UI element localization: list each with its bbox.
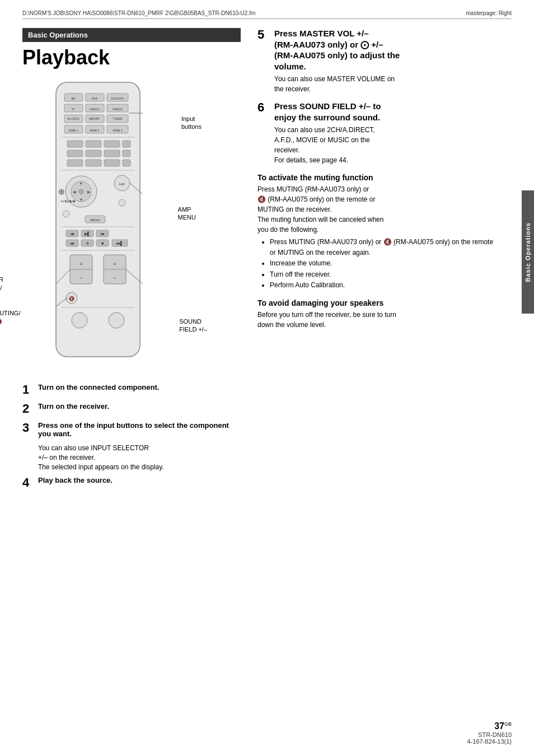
svg-text:■: ■ bbox=[101, 241, 104, 245]
step-6: 6 Press SOUND FIELD +/– toenjoy the surr… bbox=[257, 101, 495, 165]
svg-text:⊕: ⊕ bbox=[58, 187, 65, 196]
svg-text:TV: TV bbox=[72, 108, 76, 111]
svg-text:HDMI 2: HDMI 2 bbox=[90, 129, 100, 132]
svg-text:⏸: ⏸ bbox=[86, 241, 90, 245]
svg-rect-28 bbox=[104, 141, 120, 147]
step-5: 5 Press MASTER VOL +/–(RM-AAU073 only) o… bbox=[257, 28, 495, 94]
svg-rect-34 bbox=[67, 160, 83, 166]
svg-rect-26 bbox=[67, 141, 83, 147]
step-2: 2 Turn on the receiver. bbox=[22, 402, 241, 416]
remote-svg: BD DVD SAT/CATV TV VIDEO1 VIDEO2 SA-CD/C… bbox=[39, 77, 151, 370]
file-path-bar: D:\NORM'S JOB\SONY HA\SO0086\STR-DN610_P… bbox=[22, 10, 512, 19]
svg-text:VIDEO2: VIDEO2 bbox=[113, 108, 123, 111]
svg-rect-32 bbox=[104, 150, 120, 157]
sub-heading-speakers: To avoid damaging your speakers bbox=[257, 298, 495, 307]
svg-rect-29 bbox=[123, 141, 130, 147]
svg-point-51 bbox=[119, 199, 125, 206]
svg-rect-27 bbox=[86, 141, 101, 147]
svg-text:+: + bbox=[79, 261, 83, 267]
label-input-buttons: Input buttons bbox=[181, 115, 202, 131]
label-muting: MUTING/🔇 bbox=[0, 309, 20, 326]
file-path-left: D:\NORM'S JOB\SONY HA\SO0086\STR-DN610_P… bbox=[22, 10, 255, 16]
svg-text:MENU: MENU bbox=[90, 218, 100, 222]
svg-rect-36 bbox=[104, 160, 120, 166]
svg-text:HDMI 1: HDMI 1 bbox=[69, 129, 78, 132]
svg-rect-31 bbox=[86, 150, 101, 157]
list-item: Perform Auto Calibration. bbox=[270, 280, 495, 291]
right-column: 5 Press MASTER VOL +/–(RM-AAU073 only) o… bbox=[257, 28, 495, 332]
sub-heading-muting: To activate the muting function bbox=[257, 173, 495, 182]
svg-text:BD: BD bbox=[72, 97, 76, 100]
svg-text:+: + bbox=[113, 261, 116, 267]
svg-text:⏭: ⏭ bbox=[71, 241, 74, 245]
svg-text:+/⊖/♦/♦: +/⊖/♦/♦ bbox=[60, 199, 76, 204]
page-title: Playback bbox=[22, 46, 241, 69]
main-content: Basic Operations Playback BD DVD SAT/CAT bbox=[22, 28, 512, 734]
svg-text:⏮: ⏮ bbox=[71, 232, 74, 236]
svg-point-81 bbox=[72, 312, 87, 328]
svg-text:DVD: DVD bbox=[92, 97, 98, 100]
step-6-note: You can also use 2CH/A.DIRECT, A.F.D., M… bbox=[274, 125, 495, 165]
svg-rect-35 bbox=[86, 160, 101, 166]
step-1: 1 Turn on the connected component. bbox=[22, 383, 241, 396]
file-path-right: masterpage: Right bbox=[466, 10, 512, 16]
svg-text:IMPORT: IMPORT bbox=[89, 117, 100, 120]
svg-text:SAT/CATV: SAT/CATV bbox=[111, 97, 124, 100]
remote-diagram: BD DVD SAT/CATV TV VIDEO1 VIDEO2 SA-CD/C… bbox=[39, 77, 151, 370]
sidebar-tab: Basic Operations bbox=[522, 190, 534, 314]
step-3-note: You can also use INPUT SELECTOR +/– on t… bbox=[38, 444, 241, 472]
left-column: Basic Operations Playback BD DVD SAT/CAT bbox=[22, 28, 241, 496]
svg-rect-33 bbox=[123, 150, 130, 157]
svg-rect-30 bbox=[67, 150, 83, 157]
sub-body-speakers: Before you turn off the receiver, be sur… bbox=[257, 310, 495, 330]
svg-text:TUNER: TUNER bbox=[113, 117, 123, 120]
svg-point-82 bbox=[109, 312, 124, 328]
svg-text:⏭: ⏭ bbox=[101, 232, 105, 236]
section-header: Basic Operations bbox=[22, 28, 241, 42]
svg-text:SA-CD/CD: SA-CD/CD bbox=[67, 118, 80, 120]
list-item: Press MUTING (RM-AAU073 only) or 🔇 (RM-A… bbox=[270, 237, 495, 258]
step-3: 3 Press one of the input buttons to sele… bbox=[22, 421, 241, 438]
svg-text:HDMI 3: HDMI 3 bbox=[113, 129, 123, 132]
svg-text:AMP: AMP bbox=[119, 183, 126, 186]
svg-text:▼: ▼ bbox=[79, 198, 83, 202]
list-item: Increase the volume. bbox=[270, 258, 495, 269]
label-master-vol: MASTERVOL +/–/⨀ +/– bbox=[0, 276, 3, 301]
step-5-note: You can also use MASTER VOLUME on the re… bbox=[274, 74, 495, 94]
svg-text:VIDEO1: VIDEO1 bbox=[90, 108, 100, 111]
svg-text:–: – bbox=[79, 274, 83, 281]
page-number: 37GB bbox=[467, 721, 512, 731]
svg-text:▲: ▲ bbox=[79, 181, 83, 185]
label-amp-menu: AMP MENU bbox=[178, 206, 196, 222]
muting-bullet-list: Press MUTING (RM-AAU073 only) or 🔇 (RM-A… bbox=[265, 237, 495, 291]
label-sound-field: SOUND FIELD +/– bbox=[179, 318, 207, 334]
sidebar-tab-label: Basic Operations bbox=[524, 222, 531, 282]
svg-text:–: – bbox=[113, 274, 116, 281]
step-4: 4 Play back the source. bbox=[22, 476, 241, 489]
sub-body-muting: Press MUTING (RM-AAU073 only) or 🔇 (RM-A… bbox=[257, 184, 495, 235]
svg-text:🔇: 🔇 bbox=[69, 296, 74, 301]
svg-rect-37 bbox=[123, 160, 130, 166]
model-number: STR-DN610 4-167-824-13(1) bbox=[467, 731, 512, 745]
svg-point-41 bbox=[78, 189, 84, 194]
list-item: Turn off the receiver. bbox=[270, 269, 495, 280]
svg-point-50 bbox=[63, 211, 69, 217]
footer: 37GB STR-DN610 4-167-824-13(1) bbox=[467, 721, 512, 745]
